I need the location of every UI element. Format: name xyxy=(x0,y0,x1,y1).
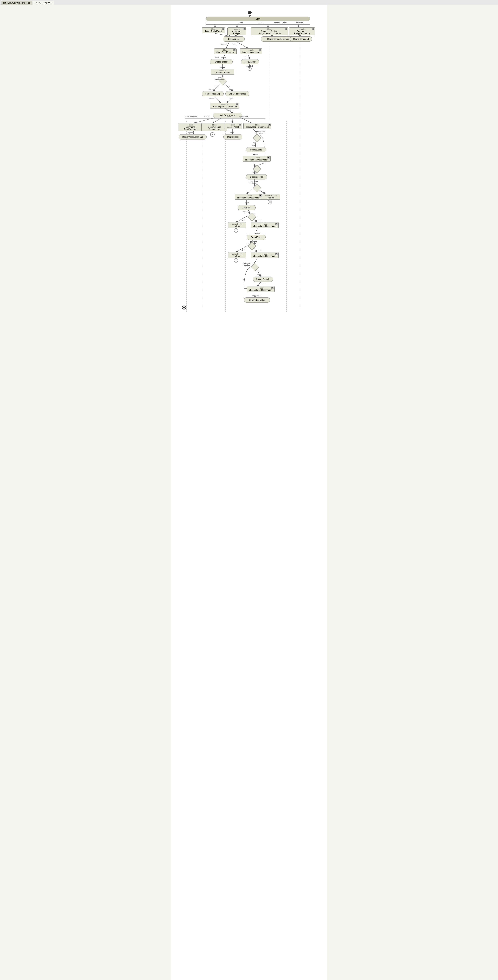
block-ob3-icon: ▣ xyxy=(259,194,262,196)
label-output-ignore: output xyxy=(209,97,214,99)
label-conv-yes: yes xyxy=(257,270,259,272)
label-dup2-yes: yes xyxy=(262,191,264,193)
block-tokens[interactable]: «block» Tokens : Tokens xyxy=(211,69,234,75)
block-asset[interactable]: «block» Asset : Asset ▣ xyxy=(224,123,242,129)
block-message[interactable]: «block» message : Entity{M ▣ xyxy=(227,27,246,35)
centralbuffer-nullptr2: «centralBuffer» nullptr xyxy=(228,222,246,228)
centralbuffer-nullptr1: «centralBuffer» nullptr xyxy=(262,194,280,200)
centralbuffer1-destroy-icon: ✕ xyxy=(268,200,272,204)
block-timestamped[interactable]: «block» Timestamped : Timestamped ▣ xyxy=(210,103,239,108)
block-obs-stereotype: «block» xyxy=(203,124,226,126)
extracttimestamps-action[interactable]: ExtractTimestamps xyxy=(225,91,249,96)
block-connectionstatus[interactable]: «block» ConnectionStatus : Entity{Connec… xyxy=(251,27,288,35)
block-dm-name: data : DataMessage xyxy=(215,51,235,53)
block-data-name: Data : Entity{Data} xyxy=(203,30,223,32)
block-data[interactable]: «block» Data : Entity{Data} ▣ xyxy=(202,27,225,33)
block-observations[interactable]: «block» Observations : Observations ▣ xyxy=(201,123,227,131)
block-observation1[interactable]: «block» observation : Observation ▣ xyxy=(243,123,271,129)
svg-line-18 xyxy=(213,95,220,103)
block-ast-name: Asset : Asset xyxy=(225,126,241,128)
centralbuffer-nullptr3: «centralBuffer» nullptr xyxy=(228,252,246,258)
topicmapper-label: TopicMapper xyxy=(228,38,239,40)
centralbuffer3-destroy-icon: ✕ xyxy=(234,258,238,262)
block-data-icon: ▣ xyxy=(222,28,224,30)
et-label: ExtractTimestamps xyxy=(229,93,246,95)
block-ast-stereotype: «block» xyxy=(225,124,241,126)
topicmapper-action[interactable]: TopicMapper xyxy=(223,37,244,41)
label-conversion: ConversionRequired? xyxy=(243,262,252,266)
pf-label: PeriodFilter xyxy=(251,236,261,239)
deltafilter-action[interactable]: DeltaFilter xyxy=(238,205,255,210)
label-input1-shdr: input1 xyxy=(221,56,226,58)
tab-bar: act [Activity] MQTT Pipeline[ 🗂 MQTT Pip… xyxy=(0,0,498,5)
jsonmapper-action[interactable]: JsonMapper xyxy=(241,59,259,64)
label-output1: output1 xyxy=(220,43,227,45)
observations-destroy-icon: ✕ xyxy=(210,132,215,137)
cb3-stereotype: «centralBuffer» xyxy=(230,253,244,255)
block-observation4[interactable]: «block» observation : Observation ▣ xyxy=(251,222,279,228)
upcasevalue-action[interactable]: UpcaseValue xyxy=(246,147,266,152)
label-output-upcase: output xyxy=(252,153,258,155)
block-ob6-icon: ▣ xyxy=(271,287,274,289)
tab-activity[interactable]: act [Activity] MQTT Pipeline[ xyxy=(1,1,32,5)
dc-label: DeliverCommand xyxy=(293,38,309,40)
label-delta-yes: yes xyxy=(242,219,245,221)
deliverobservation-action[interactable]: DeliverObservation xyxy=(244,298,270,302)
start-label: Start xyxy=(255,18,260,20)
block-ts-stereotype: «block» xyxy=(211,103,238,105)
block-datamessage[interactable]: «block» data : DataMessage ▣ xyxy=(214,48,236,54)
cb2-name: nullptr xyxy=(230,225,244,227)
block-observation3[interactable]: «block» observation : Observation ▣ xyxy=(235,194,263,200)
diagram-container: Start Data output ConnectionStatus Comma… xyxy=(171,5,327,980)
block-message-stereotype: «block» xyxy=(229,28,245,30)
block-ob2-stereotype: «block» xyxy=(244,157,269,159)
label-upcase-yes: yes xyxy=(254,142,256,144)
deliverasset-action[interactable]: DeliverAsset xyxy=(223,134,243,140)
label-input-upcase: input xyxy=(252,145,256,147)
ignoretimestamp-action[interactable]: IgnoreTimestamp xyxy=(202,91,223,96)
label-input-conv: input xyxy=(257,274,262,275)
block-ob4-stereotype: «block» xyxy=(252,223,277,225)
block-cs-name: ConnectionStatus : Entity{ConnectionStat… xyxy=(252,30,287,35)
block-observation5[interactable]: «block» observation : Observation ▣ xyxy=(251,252,279,258)
shdrtokenizer-action[interactable]: ShdrTokenizer xyxy=(210,59,233,64)
block-cmd-stereotype: «block» xyxy=(290,28,314,30)
block-ob3-name: observation : Observation xyxy=(236,197,261,199)
svg-rect-1 xyxy=(206,24,310,25)
initial-node xyxy=(248,11,252,14)
block-command[interactable]: «block» Command : Entity{Command} ▣ xyxy=(289,27,315,35)
block-ob1-name: observation : Observation xyxy=(245,126,270,128)
block-ob2-name: observation : Observation xyxy=(244,159,269,161)
block-jm-icon: ▣ xyxy=(259,49,261,51)
periodfilter-action[interactable]: PeriodFilter xyxy=(247,235,266,240)
label-input-extract: input xyxy=(230,89,233,91)
block-observation2[interactable]: «block» observation : Observation ▣ xyxy=(243,156,271,162)
block-ob5-stereotype: «block» xyxy=(252,253,277,255)
block-ac-name: Command : AssetCommand xyxy=(179,126,203,130)
tab-pipeline[interactable]: 🗂 MQTT Pipeline xyxy=(33,1,54,5)
label-obs-deliver: observation xyxy=(252,294,262,297)
block-jm-name: json : JsonMessage xyxy=(241,51,260,53)
cb2-stereotype: «centralBuffer» xyxy=(230,223,244,225)
da-label: DeliverAsset xyxy=(227,136,238,138)
block-ob4-icon: ▣ xyxy=(275,223,278,225)
label-input-period: input xyxy=(256,232,260,234)
block-cmd-icon: ▣ xyxy=(312,28,314,30)
deliverassetcommand-action[interactable]: DeliverAssetCommand xyxy=(179,134,207,140)
block-tok-stereotype: «block» xyxy=(212,70,233,72)
block-dm-icon: ▣ xyxy=(233,49,236,51)
block-assetcommand[interactable]: «block» Command : AssetCommand ▣ xyxy=(178,123,204,131)
label-input-shdr: input xyxy=(215,56,219,58)
convertsample-action[interactable]: ConvertSample xyxy=(253,277,273,282)
block-observation6[interactable]: «block» observation : Observation ▣ xyxy=(247,286,275,292)
label-input-ignore: input xyxy=(209,89,212,91)
centralbuffer2-destroy-icon: ✕ xyxy=(234,228,238,232)
cb3-name: nullptr xyxy=(230,255,244,257)
delivercommand-action[interactable]: DeliverCommand xyxy=(290,37,312,41)
duplicatefilter-action[interactable]: DuplicateFilter xyxy=(246,174,267,180)
cb1-name: nullptr xyxy=(263,197,279,199)
it-label: IgnoreTimestamp xyxy=(205,93,220,95)
label-assetcmd: assetCommand xyxy=(185,116,197,118)
dcs-label: DeliverConnectionStatus xyxy=(267,38,289,40)
block-jsonmessage[interactable]: «block» json : JsonMessage ▣ xyxy=(240,48,262,54)
